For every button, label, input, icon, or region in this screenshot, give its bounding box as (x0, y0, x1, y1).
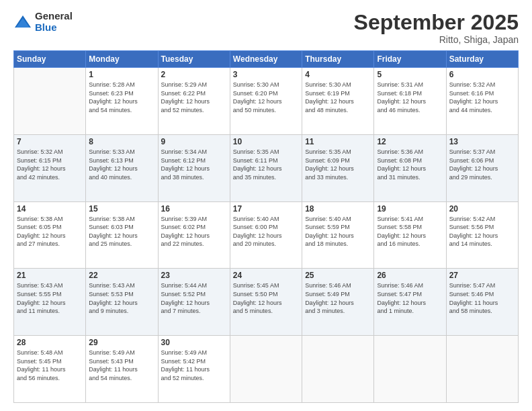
day-info: Sunrise: 5:41 AM Sunset: 5:58 PM Dayligh… (377, 215, 443, 248)
col-thursday: Thursday (302, 51, 374, 68)
day-number: 7 (17, 137, 83, 146)
table-row (230, 336, 302, 403)
col-wednesday: Wednesday (230, 51, 302, 68)
table-row: 5Sunrise: 5:31 AM Sunset: 6:18 PM Daylig… (374, 68, 446, 135)
calendar-table: Sunday Monday Tuesday Wednesday Thursday… (13, 50, 519, 403)
header: General Blue September 2025 Ritto, Shiga… (13, 11, 519, 45)
day-info: Sunrise: 5:43 AM Sunset: 5:55 PM Dayligh… (17, 281, 83, 315)
day-number: 12 (377, 137, 443, 146)
day-info: Sunrise: 5:49 AM Sunset: 5:42 PM Dayligh… (161, 349, 227, 382)
day-number: 1 (89, 70, 154, 79)
day-info: Sunrise: 5:37 AM Sunset: 6:06 PM Dayligh… (449, 148, 515, 181)
table-row: 14Sunrise: 5:38 AM Sunset: 6:05 PM Dayli… (14, 201, 86, 269)
day-number: 17 (233, 204, 299, 214)
calendar-week-row: 1Sunrise: 5:28 AM Sunset: 6:23 PM Daylig… (14, 68, 519, 135)
table-row: 17Sunrise: 5:40 AM Sunset: 6:00 PM Dayli… (230, 201, 302, 269)
calendar-week-row: 21Sunrise: 5:43 AM Sunset: 5:55 PM Dayli… (14, 269, 519, 336)
day-number: 28 (17, 338, 83, 347)
table-row: 3Sunrise: 5:30 AM Sunset: 6:20 PM Daylig… (230, 68, 302, 135)
day-number: 26 (377, 271, 443, 280)
day-info: Sunrise: 5:29 AM Sunset: 6:22 PM Dayligh… (161, 81, 227, 114)
table-row: 26Sunrise: 5:46 AM Sunset: 5:47 PM Dayli… (374, 269, 446, 336)
calendar-header-row: Sunday Monday Tuesday Wednesday Thursday… (14, 51, 519, 68)
day-info: Sunrise: 5:49 AM Sunset: 5:43 PM Dayligh… (89, 349, 154, 382)
day-info: Sunrise: 5:32 AM Sunset: 6:16 PM Dayligh… (449, 81, 515, 114)
day-number: 4 (305, 70, 371, 79)
table-row: 24Sunrise: 5:45 AM Sunset: 5:50 PM Dayli… (230, 269, 302, 336)
table-row: 16Sunrise: 5:39 AM Sunset: 6:02 PM Dayli… (158, 201, 230, 269)
table-row: 22Sunrise: 5:43 AM Sunset: 5:53 PM Dayli… (86, 269, 158, 336)
table-row: 19Sunrise: 5:41 AM Sunset: 5:58 PM Dayli… (374, 201, 446, 269)
day-number: 29 (89, 338, 154, 347)
table-row: 27Sunrise: 5:47 AM Sunset: 5:46 PM Dayli… (446, 269, 518, 336)
day-info: Sunrise: 5:30 AM Sunset: 6:20 PM Dayligh… (233, 81, 299, 114)
day-number: 14 (17, 204, 83, 214)
table-row: 25Sunrise: 5:46 AM Sunset: 5:49 PM Dayli… (302, 269, 374, 336)
day-info: Sunrise: 5:36 AM Sunset: 6:08 PM Dayligh… (377, 148, 443, 181)
table-row: 18Sunrise: 5:40 AM Sunset: 5:59 PM Dayli… (302, 201, 374, 269)
calendar-week-row: 7Sunrise: 5:32 AM Sunset: 6:15 PM Daylig… (14, 134, 519, 201)
day-number: 13 (449, 137, 515, 146)
day-info: Sunrise: 5:40 AM Sunset: 6:00 PM Dayligh… (233, 215, 299, 248)
day-number: 18 (305, 204, 371, 214)
day-number: 23 (161, 271, 227, 280)
day-info: Sunrise: 5:31 AM Sunset: 6:18 PM Dayligh… (377, 81, 443, 114)
col-tuesday: Tuesday (158, 51, 230, 68)
day-number: 9 (161, 137, 227, 146)
day-number: 19 (377, 204, 443, 214)
calendar-week-row: 14Sunrise: 5:38 AM Sunset: 6:05 PM Dayli… (14, 201, 519, 269)
day-info: Sunrise: 5:47 AM Sunset: 5:46 PM Dayligh… (449, 281, 515, 315)
table-row (374, 336, 446, 403)
calendar-subtitle: Ritto, Shiga, Japan (354, 34, 519, 45)
logo-icon (13, 13, 32, 32)
day-number: 11 (305, 137, 371, 146)
day-info: Sunrise: 5:28 AM Sunset: 6:23 PM Dayligh… (89, 81, 154, 114)
day-info: Sunrise: 5:32 AM Sunset: 6:15 PM Dayligh… (17, 148, 83, 181)
table-row (14, 68, 86, 135)
table-row: 4Sunrise: 5:30 AM Sunset: 6:19 PM Daylig… (302, 68, 374, 135)
day-number: 3 (233, 70, 299, 79)
table-row: 21Sunrise: 5:43 AM Sunset: 5:55 PM Dayli… (14, 269, 86, 336)
day-number: 24 (233, 271, 299, 280)
day-number: 30 (161, 338, 227, 347)
day-info: Sunrise: 5:35 AM Sunset: 6:11 PM Dayligh… (233, 148, 299, 181)
table-row: 30Sunrise: 5:49 AM Sunset: 5:42 PM Dayli… (158, 336, 230, 403)
table-row: 13Sunrise: 5:37 AM Sunset: 6:06 PM Dayli… (446, 134, 518, 201)
page: General Blue September 2025 Ritto, Shiga… (0, 0, 532, 411)
day-number: 6 (449, 70, 515, 79)
day-info: Sunrise: 5:48 AM Sunset: 5:45 PM Dayligh… (17, 349, 83, 382)
table-row: 29Sunrise: 5:49 AM Sunset: 5:43 PM Dayli… (86, 336, 158, 403)
day-info: Sunrise: 5:35 AM Sunset: 6:09 PM Dayligh… (305, 148, 371, 181)
day-info: Sunrise: 5:44 AM Sunset: 5:52 PM Dayligh… (161, 281, 227, 315)
day-number: 22 (89, 271, 154, 280)
day-info: Sunrise: 5:45 AM Sunset: 5:50 PM Dayligh… (233, 281, 299, 315)
table-row: 8Sunrise: 5:33 AM Sunset: 6:13 PM Daylig… (86, 134, 158, 201)
day-number: 20 (449, 204, 515, 214)
day-info: Sunrise: 5:38 AM Sunset: 6:05 PM Dayligh… (17, 215, 83, 248)
day-number: 15 (89, 204, 154, 214)
day-info: Sunrise: 5:40 AM Sunset: 5:59 PM Dayligh… (305, 215, 371, 248)
day-info: Sunrise: 5:34 AM Sunset: 6:12 PM Dayligh… (161, 148, 227, 181)
table-row: 12Sunrise: 5:36 AM Sunset: 6:08 PM Dayli… (374, 134, 446, 201)
day-info: Sunrise: 5:33 AM Sunset: 6:13 PM Dayligh… (89, 148, 154, 181)
table-row: 11Sunrise: 5:35 AM Sunset: 6:09 PM Dayli… (302, 134, 374, 201)
day-number: 8 (89, 137, 154, 146)
logo: General Blue (13, 11, 73, 33)
table-row: 2Sunrise: 5:29 AM Sunset: 6:22 PM Daylig… (158, 68, 230, 135)
table-row: 6Sunrise: 5:32 AM Sunset: 6:16 PM Daylig… (446, 68, 518, 135)
col-monday: Monday (86, 51, 158, 68)
table-row: 15Sunrise: 5:38 AM Sunset: 6:03 PM Dayli… (86, 201, 158, 269)
day-number: 25 (305, 271, 371, 280)
table-row: 20Sunrise: 5:42 AM Sunset: 5:56 PM Dayli… (446, 201, 518, 269)
day-number: 2 (161, 70, 227, 79)
table-row: 10Sunrise: 5:35 AM Sunset: 6:11 PM Dayli… (230, 134, 302, 201)
day-number: 5 (377, 70, 443, 79)
day-number: 16 (161, 204, 227, 214)
day-number: 27 (449, 271, 515, 280)
col-friday: Friday (374, 51, 446, 68)
table-row (446, 336, 518, 403)
day-info: Sunrise: 5:38 AM Sunset: 6:03 PM Dayligh… (89, 215, 154, 248)
col-saturday: Saturday (446, 51, 518, 68)
table-row: 9Sunrise: 5:34 AM Sunset: 6:12 PM Daylig… (158, 134, 230, 201)
day-info: Sunrise: 5:39 AM Sunset: 6:02 PM Dayligh… (161, 215, 227, 248)
